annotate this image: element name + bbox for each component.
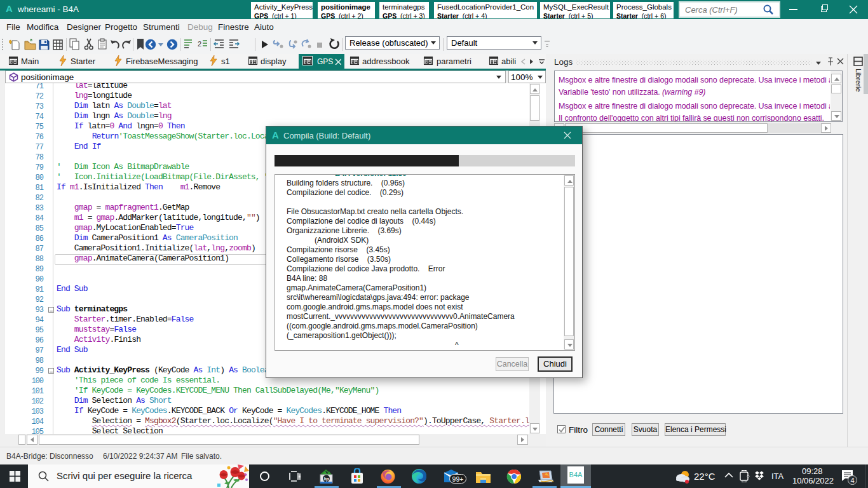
svg-text:2: 2: [198, 40, 201, 48]
svg-text:hp: hp: [324, 477, 330, 482]
